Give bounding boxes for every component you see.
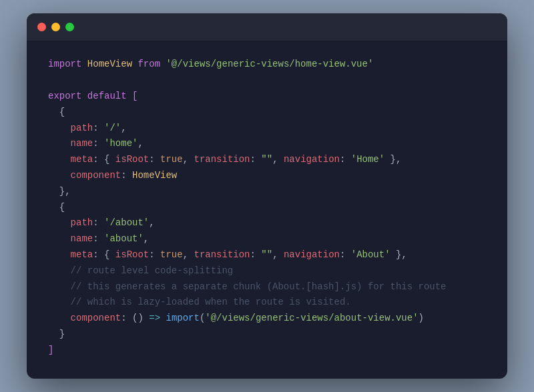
code-line-6: name: 'home', [48,136,486,152]
code-line-3: export default [ [48,89,486,105]
code-line-7: meta: { isRoot: true, transition: "", na… [48,152,486,168]
code-line-12: name: 'about', [48,231,486,247]
code-line-1: import HomeView from '@/views/generic-vi… [48,57,486,73]
maximize-button[interactable] [65,23,74,31]
code-line-15: // this generates a separate chunk (Abou… [48,279,486,295]
code-line-19: ] [48,343,486,359]
code-line-10: { [48,200,486,216]
code-line-16: // which is lazy-loaded when the route i… [48,295,486,311]
close-button[interactable] [37,23,46,31]
code-line-11: path: '/about', [48,215,486,231]
code-line-17: component: () => import('@/views/generic… [48,311,486,327]
window-titlebar [27,13,507,41]
code-line-14: // route level code-splitting [48,263,486,279]
code-line-8: component: HomeView [48,168,486,184]
code-line-2 [48,73,486,89]
code-line-4: { [48,105,486,121]
minimize-button[interactable] [51,23,60,31]
code-line-5: path: '/', [48,121,486,137]
code-line-13: meta: { isRoot: true, transition: "", na… [48,247,486,263]
code-display: import HomeView from '@/views/generic-vi… [27,41,507,378]
code-editor-window: import HomeView from '@/views/generic-vi… [27,13,507,378]
code-line-18: } [48,327,486,343]
code-line-9: }, [48,184,486,200]
